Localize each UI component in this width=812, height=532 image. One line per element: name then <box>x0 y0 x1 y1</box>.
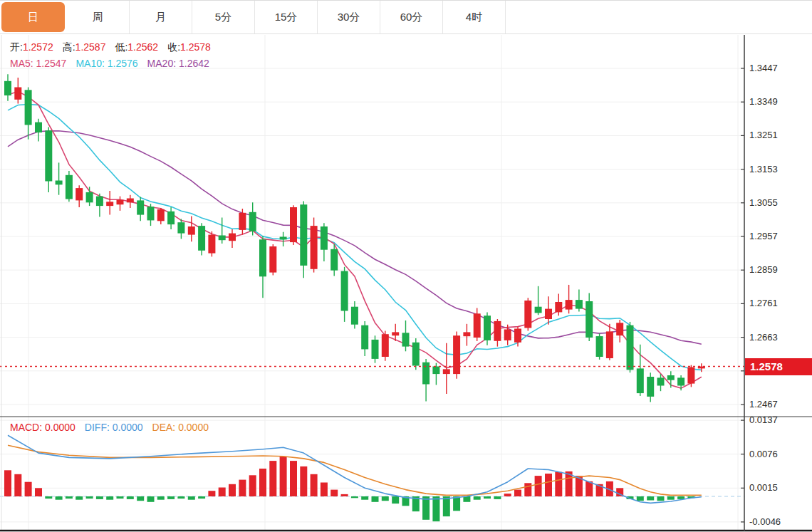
candlestick-series <box>4 74 705 402</box>
grid <box>0 68 744 522</box>
close-value: 1.2578 <box>180 41 211 53</box>
close-label: 收: <box>167 41 180 53</box>
diff-value: 0.0000 <box>113 422 143 433</box>
macd-axis-label: -0.0046 <box>749 516 809 527</box>
current-price-tag: 1.2578 <box>745 358 812 375</box>
price-axis-label: 1.3055 <box>749 197 809 208</box>
price-axis-label: 1.2467 <box>749 399 809 410</box>
macd-value: 0.0000 <box>45 422 76 433</box>
ma5-value: 1.2547 <box>36 58 67 69</box>
ma5-label: MA5: <box>10 58 33 69</box>
open-label: 开: <box>10 41 23 53</box>
tab-4时[interactable]: 4时 <box>443 1 506 33</box>
low-value: 1.2562 <box>127 41 158 53</box>
price-axis-label: 1.3251 <box>749 130 809 140</box>
price-axis-label: 1.2957 <box>749 231 809 241</box>
dea-label: DEA: <box>152 422 176 433</box>
period-tab-bar: 日周月5分15分30分60分4时 <box>0 0 812 34</box>
price-axis-label: 1.3349 <box>749 96 809 107</box>
charting-app: 日周月5分15分30分60分4时 开:1.2572高:1.2587低:1.256… <box>0 0 812 532</box>
tab-5分[interactable]: 5分 <box>192 1 255 33</box>
ma20-label: MA20: <box>147 58 176 69</box>
chart-canvas[interactable] <box>0 0 812 532</box>
macd-axis-label: 0.0015 <box>749 482 809 493</box>
ma10-line <box>8 105 702 370</box>
diff-label: DIFF: <box>85 422 110 433</box>
macd-axis-label: 0.0076 <box>749 449 809 459</box>
macd-label: MACD: <box>10 422 42 433</box>
tab-月[interactable]: 月 <box>130 1 192 33</box>
tab-30分[interactable]: 30分 <box>318 1 380 33</box>
macd-histogram <box>4 457 694 521</box>
tab-日[interactable]: 日 <box>1 2 65 32</box>
price-axis-label: 1.2859 <box>749 264 809 275</box>
ohlc-readout: 开:1.2572高:1.2587低:1.2562收:1.2578 <box>10 41 220 54</box>
open-value: 1.2572 <box>23 41 53 53</box>
low-label: 低: <box>115 41 127 53</box>
price-axis-label: 1.2663 <box>749 332 809 343</box>
tab-60分[interactable]: 60分 <box>380 1 443 33</box>
dea-value: 0.0000 <box>178 422 209 433</box>
price-axis-label: 1.3153 <box>749 164 809 174</box>
price-axis-label: 1.2761 <box>749 298 809 308</box>
ma10-value: 1.2576 <box>108 58 138 69</box>
price-axis-label: 1.3447 <box>749 63 809 73</box>
high-label: 高: <box>63 41 76 53</box>
macd-axis-label: 0.0137 <box>749 414 809 425</box>
ma20-value: 1.2642 <box>179 58 209 69</box>
tab-15分[interactable]: 15分 <box>255 1 318 33</box>
tab-周[interactable]: 周 <box>67 1 130 33</box>
macd-readout: MACD: 0.0000DIFF: 0.0000DEA: 0.0000 <box>10 422 218 433</box>
high-value: 1.2587 <box>76 41 106 53</box>
ma10-label: MA10: <box>76 58 104 69</box>
ma-readout: MA5: 1.2547MA10: 1.2576MA20: 1.2642 <box>10 58 219 69</box>
